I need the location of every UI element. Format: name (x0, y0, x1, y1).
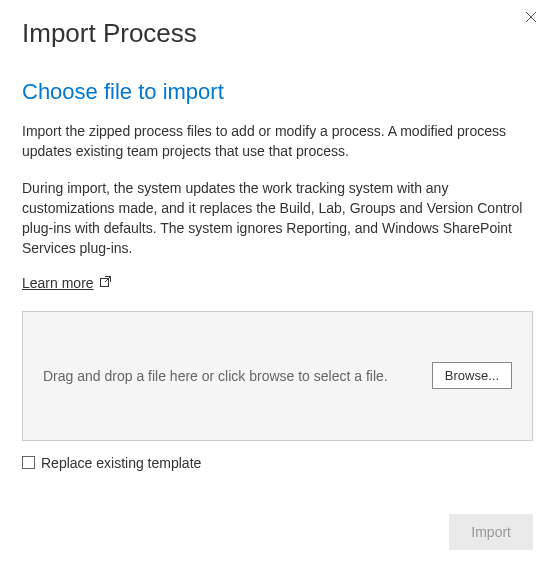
intro-paragraph-1: Import the zipped process files to add o… (22, 121, 533, 162)
browse-button[interactable]: Browse... (432, 362, 512, 389)
file-dropzone[interactable]: Drag and drop a file here or click brows… (22, 311, 533, 441)
intro-paragraph-2: During import, the system updates the wo… (22, 178, 533, 259)
import-button[interactable]: Import (449, 514, 533, 550)
close-button[interactable] (521, 8, 541, 28)
dropzone-instruction: Drag and drop a file here or click brows… (43, 368, 388, 384)
replace-template-label: Replace existing template (41, 455, 201, 471)
replace-template-checkbox[interactable]: Replace existing template (22, 455, 533, 471)
close-icon (525, 9, 537, 27)
checkbox-box-icon (22, 456, 35, 469)
dialog-footer: Import (449, 514, 533, 550)
dialog-title: Import Process (22, 0, 533, 79)
external-link-icon (100, 276, 111, 290)
learn-more-label: Learn more (22, 275, 94, 291)
learn-more-link[interactable]: Learn more (22, 275, 111, 291)
svg-line-3 (105, 277, 110, 282)
section-header: Choose file to import (22, 79, 533, 121)
